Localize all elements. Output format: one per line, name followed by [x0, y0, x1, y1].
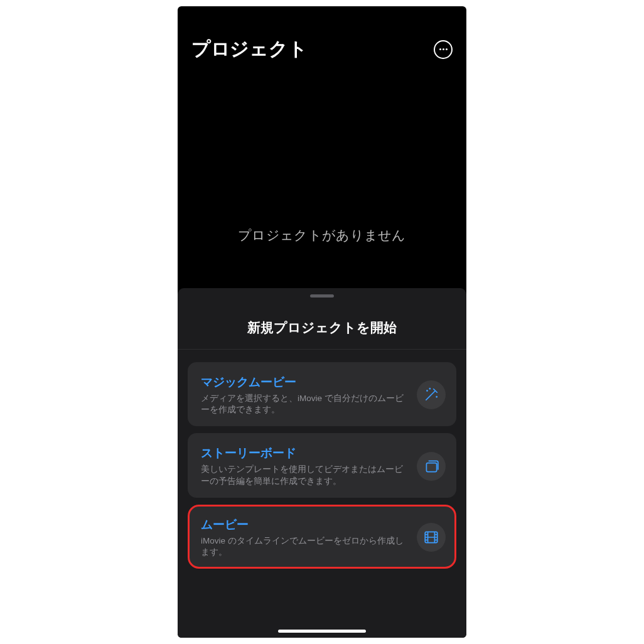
home-indicator[interactable]	[278, 630, 366, 633]
empty-state: プロジェクトがありません	[178, 62, 466, 288]
more-button[interactable]	[434, 40, 453, 59]
options-list: マジックムービー メディアを選択すると、iMovie で自分だけのムービーを作成…	[178, 350, 466, 569]
sheet-title: 新規プロジェクトを開始	[178, 309, 466, 349]
option-desc: 美しいテンプレートを使用してビデオまたはムービーの予告編を簡単に作成できます。	[201, 464, 409, 486]
svg-point-4	[429, 389, 430, 389]
option-storyboard[interactable]: ストーリーボード 美しいテンプレートを使用してビデオまたはムービーの予告編を簡単…	[188, 433, 456, 497]
film-icon	[417, 523, 446, 552]
empty-message: プロジェクトがありません	[238, 227, 406, 244]
sheet-grabber[interactable]	[310, 294, 334, 298]
svg-point-2	[427, 390, 427, 391]
new-project-sheet: 新規プロジェクトを開始 マジックムービー メディアを選択すると、iMovie で…	[178, 288, 466, 638]
magic-wand-icon	[417, 380, 446, 409]
svg-line-0	[426, 391, 435, 400]
option-magic-movie[interactable]: マジックムービー メディアを選択すると、iMovie で自分だけのムービーを作成…	[188, 362, 456, 426]
header: プロジェクト	[178, 6, 466, 62]
option-title: ムービー	[201, 517, 409, 533]
option-title: マジックムービー	[201, 374, 409, 390]
storyboard-icon	[417, 452, 446, 481]
option-desc: iMovie のタイムラインでムービーをゼロから作成します。	[201, 535, 409, 558]
more-icon	[439, 48, 441, 50]
option-movie[interactable]: ムービー iMovie のタイムラインでムービーをゼロから作成します。	[188, 505, 456, 569]
option-title: ストーリーボード	[201, 445, 409, 461]
option-desc: メディアを選択すると、iMovie で自分だけのムービーを作成できます。	[201, 393, 409, 416]
svg-point-3	[436, 397, 437, 397]
svg-rect-5	[426, 463, 436, 471]
page-title: プロジェクト	[191, 36, 307, 62]
app-screen: プロジェクト プロジェクトがありません 新規プロジェクトを開始 マジックムービー…	[178, 6, 466, 638]
